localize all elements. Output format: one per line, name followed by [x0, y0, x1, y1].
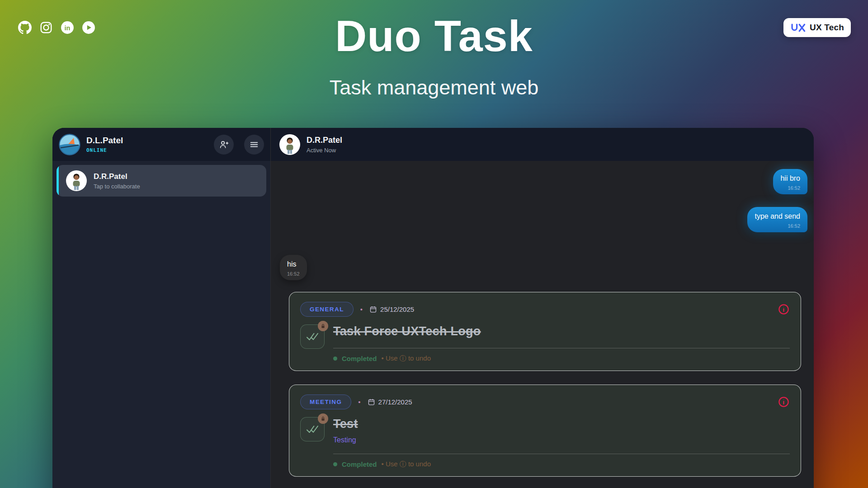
- task-title: Task Force UXTech Logo: [333, 324, 790, 338]
- chat-message-outgoing[interactable]: hii bro 16:52: [773, 169, 807, 194]
- chat-message-incoming[interactable]: his 16:52: [280, 255, 307, 280]
- person-add-icon: [219, 140, 229, 150]
- divider: [333, 454, 790, 454]
- message-time: 16:52: [755, 223, 800, 229]
- message-text: hii bro: [780, 174, 800, 183]
- double-check-icon: [306, 332, 319, 342]
- message-text: his: [287, 260, 300, 268]
- info-circle-icon: [778, 303, 790, 315]
- peer-identity: D.R.Patel Active Now: [307, 136, 342, 154]
- task-checkbox-wrap: [300, 324, 325, 349]
- lock-icon: [321, 416, 326, 422]
- page-subtitle: Task management web: [0, 76, 868, 99]
- contact-identity: D.R.Patel Tap to collaborate: [94, 172, 140, 190]
- separator-dot: •: [360, 305, 363, 313]
- menu-button[interactable]: [244, 135, 264, 155]
- calendar-icon: [368, 398, 375, 406]
- contact-name: D.R.Patel: [94, 172, 140, 181]
- task-category-badge: MEETING: [300, 394, 351, 409]
- task-status-row: Completed • Use ⓘ to undo: [333, 354, 790, 363]
- locked-badge: [318, 321, 328, 331]
- task-card-body: Test Testing Completed • Use ⓘ to undo: [300, 417, 790, 469]
- task-card-header: GENERAL • 25/12/2025: [300, 302, 790, 317]
- lock-icon: [321, 324, 326, 329]
- task-card-body: Task Force UXTech Logo Completed • Use ⓘ…: [300, 324, 790, 363]
- chat-message-outgoing[interactable]: type and send 16:52: [747, 207, 807, 232]
- contact-list: D.R.Patel Tap to collaborate: [52, 161, 270, 201]
- contact-item-drpatel[interactable]: D.R.Patel Tap to collaborate: [57, 165, 266, 197]
- sidebar-header: D.L.Patel ONLINE: [52, 128, 270, 161]
- task-undo-hint: • Use ⓘ to undo: [382, 354, 431, 363]
- user-status: ONLINE: [86, 147, 123, 153]
- peer-name: D.R.Patel: [307, 136, 342, 145]
- double-check-icon: [306, 424, 319, 434]
- chat-header: D.R.Patel Active Now: [271, 128, 814, 161]
- chat-message-list: hii bro 16:52 type and send 16:52 his 16…: [271, 161, 814, 488]
- locked-badge: [318, 413, 328, 424]
- contact-subtitle: Tap to collaborate: [94, 183, 140, 190]
- task-checkbox-wrap: [300, 417, 325, 441]
- task-delete-info-button[interactable]: [778, 303, 790, 315]
- chat-panel: D.R.Patel Active Now hii bro 16:52 type …: [270, 128, 814, 488]
- user-avatar: [59, 134, 80, 155]
- task-text-column: Task Force UXTech Logo Completed • Use ⓘ…: [333, 324, 790, 363]
- task-status-label: Completed: [342, 460, 377, 468]
- task-text-column: Test Testing Completed • Use ⓘ to undo: [333, 417, 790, 469]
- task-due-date: 27/12/2025: [368, 398, 412, 406]
- contact-avatar: [66, 170, 87, 192]
- task-status-row: Completed • Use ⓘ to undo: [333, 460, 790, 469]
- task-date-text: 25/12/2025: [380, 305, 414, 313]
- info-circle-icon: [778, 396, 790, 408]
- page-title: Duo Task: [0, 11, 868, 61]
- status-dot-icon: [333, 462, 337, 466]
- add-collaborator-button[interactable]: [214, 135, 234, 155]
- message-time: 16:52: [780, 185, 800, 191]
- task-card: GENERAL • 25/12/2025: [289, 292, 801, 371]
- task-description: Testing: [333, 436, 790, 444]
- peer-status: Active Now: [307, 147, 342, 154]
- task-date-text: 27/12/2025: [378, 398, 412, 406]
- divider: [333, 348, 790, 348]
- calendar-icon: [369, 305, 377, 313]
- separator-dot: •: [358, 398, 360, 406]
- task-undo-hint: • Use ⓘ to undo: [382, 460, 431, 469]
- task-delete-info-button[interactable]: [778, 396, 790, 408]
- app-window: D.L.Patel ONLINE: [52, 128, 814, 488]
- contact-active-accent: [57, 165, 59, 197]
- task-title: Test: [333, 417, 358, 431]
- user-identity: D.L.Patel ONLINE: [86, 136, 123, 153]
- task-due-date: 25/12/2025: [369, 305, 414, 313]
- sidebar: D.L.Patel ONLINE: [52, 128, 270, 488]
- message-time: 16:52: [287, 271, 300, 277]
- task-card: MEETING • 27/12/2025: [289, 385, 801, 477]
- status-dot-icon: [333, 357, 337, 361]
- hamburger-menu-icon: [249, 140, 259, 150]
- message-text: type and send: [755, 212, 800, 221]
- task-card-header: MEETING • 27/12/2025: [300, 394, 790, 409]
- task-category-badge: GENERAL: [300, 302, 354, 317]
- task-status-label: Completed: [342, 355, 377, 362]
- user-name: D.L.Patel: [86, 136, 123, 145]
- peer-avatar: [279, 134, 301, 155]
